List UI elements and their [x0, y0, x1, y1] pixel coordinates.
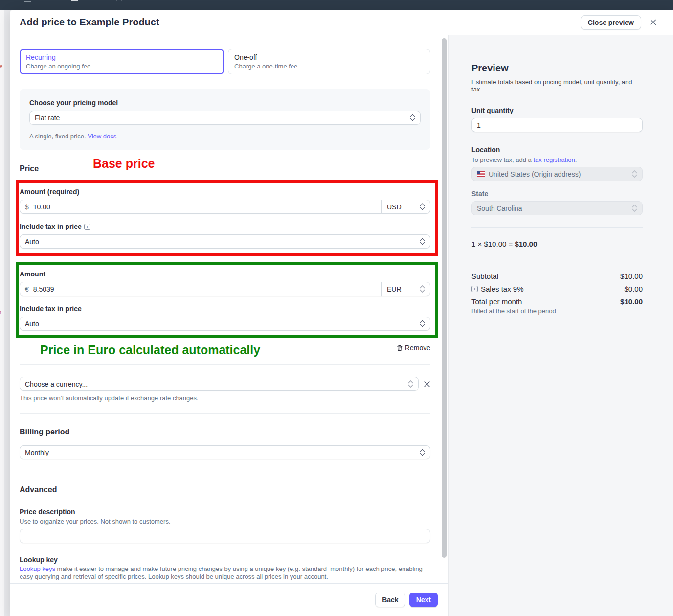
- remove-currency-icon[interactable]: [424, 381, 430, 388]
- price-description-label: Price description: [20, 508, 430, 516]
- recurring-label: Recurring: [26, 53, 218, 61]
- sales-tax-row: Sales tax 9% $0.00: [471, 285, 643, 293]
- base-currency-value: USD: [387, 203, 402, 211]
- pricing-type-cards: Recurring Charge an ongoing fee One-off …: [20, 49, 430, 74]
- country-select[interactable]: United States (Origin address): [471, 167, 643, 181]
- chevron-up-down-icon: [420, 285, 425, 293]
- trash-icon: [397, 345, 403, 351]
- chevron-up-down-icon: [410, 114, 415, 121]
- recurring-description: Charge an ongoing fee: [26, 63, 218, 70]
- euro-currency-value: EUR: [387, 285, 402, 293]
- pricing-model-select[interactable]: Flat rate: [29, 111, 421, 125]
- clipboard-icon: [116, 0, 122, 1]
- preview-heading: Preview: [471, 63, 643, 74]
- modal-scrollbar[interactable]: [442, 38, 447, 558]
- euro-currency-select[interactable]: EUR: [381, 282, 430, 296]
- total-per-month-row: Total per month $10.00: [471, 297, 643, 306]
- divider: [471, 260, 643, 260]
- base-amount-input[interactable]: $ 10.00: [20, 200, 382, 214]
- menu-icon: [24, 0, 31, 2]
- pricing-type-recurring[interactable]: Recurring Charge an ongoing fee: [20, 49, 224, 74]
- price-description-helper: Use to organize your prices. Not shown t…: [20, 518, 430, 525]
- tax-registration-link[interactable]: tax registration: [533, 156, 575, 163]
- unit-quantity-label: Unit quantity: [471, 107, 643, 114]
- modal-header: Add price to Example Product Close previ…: [10, 10, 673, 35]
- pricing-model-section: Choose your pricing model Flat rate A si…: [20, 89, 430, 150]
- app-icon: [71, 0, 78, 1]
- dollar-symbol: $: [25, 203, 29, 211]
- view-docs-link[interactable]: View docs: [88, 133, 116, 140]
- billing-period-value: Monthly: [25, 449, 49, 456]
- amount-label: Amount: [20, 270, 45, 278]
- divider: [20, 364, 430, 365]
- choose-currency-placeholder: Choose a currency...: [25, 380, 88, 388]
- page-backdrop: e r: [0, 10, 10, 616]
- euro-symbol: €: [25, 285, 29, 293]
- price-heading: Price: [20, 164, 39, 173]
- subtotal-row: Subtotal $10.00: [471, 272, 643, 280]
- state-label: State: [471, 190, 643, 198]
- lookup-key-helper: Lookup keys make it easier to manage and…: [20, 565, 430, 581]
- chevron-up-down-icon: [420, 238, 425, 245]
- euro-amount-value: 8.5039: [33, 285, 54, 293]
- euro-price-annotation-box: Amount € 8.5039 EUR Include tax in price: [16, 262, 438, 338]
- divider: [471, 227, 643, 228]
- billing-period-select[interactable]: Monthly: [20, 445, 430, 459]
- base-currency-select[interactable]: USD: [381, 200, 430, 214]
- base-price-annotation-box: Amount (required) $ 10.00 USD Include ta…: [16, 180, 438, 256]
- info-icon: [471, 286, 478, 292]
- unit-quantity-input[interactable]: [471, 118, 643, 132]
- close-preview-button[interactable]: Close preview: [581, 15, 641, 30]
- modal-title: Add price to Example Product: [20, 17, 581, 28]
- euro-tax-select[interactable]: Auto: [20, 317, 430, 331]
- include-tax-label: Include tax in price: [20, 223, 82, 230]
- location-helper: To preview tax, add a tax registration.: [471, 156, 643, 163]
- add-price-modal: Add price to Example Product Close previ…: [10, 10, 673, 616]
- choose-currency-select[interactable]: Choose a currency...: [20, 377, 419, 391]
- preview-subtitle: Estimate totals based on pricing model, …: [471, 78, 643, 93]
- totals-section: Subtotal $10.00 Sales tax 9% $0.00 Total…: [471, 272, 643, 315]
- backdrop-text-fragment: r: [0, 309, 2, 315]
- calculation-total: $10.00: [515, 240, 537, 248]
- base-tax-value: Auto: [25, 238, 39, 246]
- state-select[interactable]: South Carolina: [471, 201, 643, 215]
- pricing-model-helper: A single, fixed price. View docs: [29, 133, 421, 140]
- pricing-type-oneoff[interactable]: One-off Charge a one-time fee: [228, 49, 430, 74]
- chevron-up-down-icon: [632, 205, 637, 212]
- amount-required-label: Amount (required): [20, 188, 79, 196]
- state-value: South Carolina: [477, 205, 522, 212]
- remove-price-link[interactable]: Remove: [397, 344, 430, 352]
- euro-tax-value: Auto: [25, 320, 39, 328]
- lookup-key-label: Lookup key: [20, 556, 430, 564]
- chevron-up-down-icon: [408, 380, 413, 388]
- oneoff-label: One-off: [234, 53, 424, 61]
- billing-note: Billed at the start of the period: [471, 307, 643, 315]
- price-description-input[interactable]: [20, 529, 430, 543]
- annotation-base-price: Base price: [93, 157, 155, 171]
- price-heading-row: Price Base price: [20, 164, 430, 175]
- backdrop-text-fragment: e: [0, 64, 2, 69]
- chevron-up-down-icon: [420, 320, 425, 327]
- next-button[interactable]: Next: [409, 593, 438, 607]
- include-tax-label: Include tax in price: [20, 305, 82, 313]
- advanced-heading: Advanced: [20, 485, 430, 494]
- base-amount-value: 10.00: [33, 203, 50, 211]
- base-tax-select[interactable]: Auto: [20, 234, 430, 249]
- annotation-euro-note: Price in Euro calculated automatically: [40, 343, 260, 357]
- divider: [20, 472, 430, 472]
- us-flag-icon: [477, 170, 485, 178]
- euro-amount-input[interactable]: € 8.5039: [20, 282, 382, 296]
- lookup-keys-link[interactable]: Lookup keys: [20, 565, 55, 572]
- chevron-up-down-icon: [420, 449, 425, 456]
- back-button[interactable]: Back: [375, 593, 405, 607]
- modal-footer: Back Next: [10, 583, 448, 616]
- form-scroll-area: Recurring Charge an ongoing fee One-off …: [10, 35, 448, 583]
- close-icon[interactable]: [650, 19, 657, 26]
- calculation-line: 1 × $10.00 = $10.00: [471, 240, 643, 248]
- top-toolbar: [0, 0, 673, 10]
- location-label: Location: [471, 146, 643, 154]
- chevron-up-down-icon: [420, 203, 425, 210]
- currency-picker-helper: This price won’t automatically update if…: [20, 394, 430, 402]
- info-icon: [84, 224, 90, 230]
- divider: [20, 413, 430, 414]
